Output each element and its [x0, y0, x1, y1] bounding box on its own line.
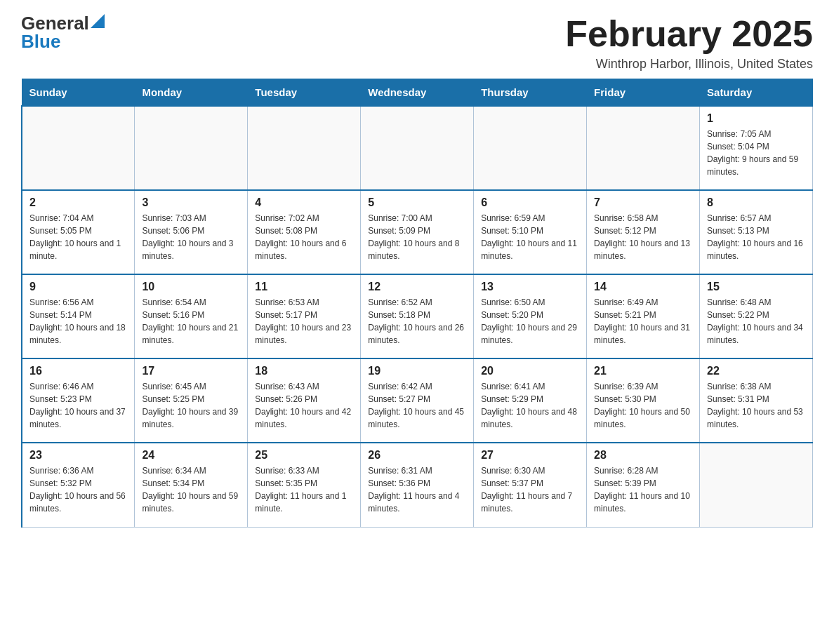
title-area: February 2025 Winthrop Harbor, Illinois,…	[565, 14, 813, 72]
calendar-cell: 19Sunrise: 6:42 AMSunset: 5:27 PMDayligh…	[361, 358, 474, 443]
week-row-4: 16Sunrise: 6:46 AMSunset: 5:23 PMDayligh…	[22, 358, 813, 443]
logo: General Blue	[21, 14, 105, 51]
day-number: 16	[29, 365, 127, 377]
calendar-cell: 5Sunrise: 7:00 AMSunset: 5:09 PMDaylight…	[361, 190, 474, 274]
day-info: Sunrise: 6:42 AMSunset: 5:27 PMDaylight:…	[368, 380, 466, 431]
calendar-cell	[587, 106, 700, 190]
svg-marker-0	[91, 14, 105, 28]
day-info: Sunrise: 7:05 AMSunset: 5:04 PMDaylight:…	[707, 128, 805, 178]
calendar-cell	[474, 106, 587, 190]
day-number: 8	[707, 196, 805, 209]
day-number: 14	[594, 281, 692, 293]
day-number: 24	[142, 449, 240, 462]
day-info: Sunrise: 6:43 AMSunset: 5:26 PMDaylight:…	[255, 380, 353, 431]
calendar-cell: 7Sunrise: 6:58 AMSunset: 5:12 PMDaylight…	[587, 190, 700, 274]
day-of-week-thursday: Thursday	[474, 79, 587, 107]
day-info: Sunrise: 7:03 AMSunset: 5:06 PMDaylight:…	[142, 212, 240, 262]
day-info: Sunrise: 6:46 AMSunset: 5:23 PMDaylight:…	[29, 380, 127, 431]
day-of-week-wednesday: Wednesday	[361, 79, 474, 107]
day-number: 23	[29, 449, 127, 462]
calendar-cell: 18Sunrise: 6:43 AMSunset: 5:26 PMDayligh…	[248, 358, 361, 443]
day-number: 17	[142, 365, 240, 377]
day-info: Sunrise: 7:04 AMSunset: 5:05 PMDaylight:…	[29, 212, 127, 262]
day-info: Sunrise: 6:50 AMSunset: 5:20 PMDaylight:…	[481, 296, 579, 347]
day-info: Sunrise: 6:28 AMSunset: 5:39 PMDaylight:…	[594, 464, 692, 515]
calendar-cell	[135, 106, 248, 190]
calendar-cell: 11Sunrise: 6:53 AMSunset: 5:17 PMDayligh…	[248, 274, 361, 358]
calendar-cell: 17Sunrise: 6:45 AMSunset: 5:25 PMDayligh…	[135, 358, 248, 443]
day-number: 6	[481, 196, 579, 209]
week-row-3: 9Sunrise: 6:56 AMSunset: 5:14 PMDaylight…	[22, 274, 813, 358]
day-info: Sunrise: 6:48 AMSunset: 5:22 PMDaylight:…	[707, 296, 805, 347]
calendar-cell: 13Sunrise: 6:50 AMSunset: 5:20 PMDayligh…	[474, 274, 587, 358]
day-of-week-sunday: Sunday	[22, 79, 135, 107]
day-info: Sunrise: 6:34 AMSunset: 5:34 PMDaylight:…	[142, 464, 240, 515]
day-number: 7	[594, 196, 692, 209]
day-info: Sunrise: 6:59 AMSunset: 5:10 PMDaylight:…	[481, 212, 579, 262]
day-info: Sunrise: 6:38 AMSunset: 5:31 PMDaylight:…	[707, 380, 805, 431]
day-of-week-tuesday: Tuesday	[248, 79, 361, 107]
calendar-cell: 12Sunrise: 6:52 AMSunset: 5:18 PMDayligh…	[361, 274, 474, 358]
day-info: Sunrise: 7:00 AMSunset: 5:09 PMDaylight:…	[368, 212, 466, 262]
logo-general-text: General	[21, 14, 89, 32]
day-info: Sunrise: 6:39 AMSunset: 5:30 PMDaylight:…	[594, 380, 692, 431]
day-number: 10	[142, 281, 240, 293]
day-number: 19	[368, 365, 466, 377]
calendar-cell: 4Sunrise: 7:02 AMSunset: 5:08 PMDaylight…	[248, 190, 361, 274]
day-number: 5	[368, 196, 466, 209]
calendar-cell: 2Sunrise: 7:04 AMSunset: 5:05 PMDaylight…	[22, 190, 135, 274]
calendar-cell: 28Sunrise: 6:28 AMSunset: 5:39 PMDayligh…	[587, 443, 700, 527]
calendar-cell: 15Sunrise: 6:48 AMSunset: 5:22 PMDayligh…	[700, 274, 813, 358]
calendar-cell	[248, 106, 361, 190]
day-info: Sunrise: 6:58 AMSunset: 5:12 PMDaylight:…	[594, 212, 692, 262]
calendar-cell: 22Sunrise: 6:38 AMSunset: 5:31 PMDayligh…	[700, 358, 813, 443]
day-of-week-friday: Friday	[587, 79, 700, 107]
calendar-body: 1Sunrise: 7:05 AMSunset: 5:04 PMDaylight…	[22, 106, 813, 527]
day-info: Sunrise: 6:54 AMSunset: 5:16 PMDaylight:…	[142, 296, 240, 347]
month-title: February 2025	[565, 14, 813, 54]
calendar-cell: 14Sunrise: 6:49 AMSunset: 5:21 PMDayligh…	[587, 274, 700, 358]
day-of-week-saturday: Saturday	[700, 79, 813, 107]
calendar-cell: 20Sunrise: 6:41 AMSunset: 5:29 PMDayligh…	[474, 358, 587, 443]
calendar-cell: 1Sunrise: 7:05 AMSunset: 5:04 PMDaylight…	[700, 106, 813, 190]
calendar-cell: 8Sunrise: 6:57 AMSunset: 5:13 PMDaylight…	[700, 190, 813, 274]
day-number: 22	[707, 365, 805, 377]
calendar-cell: 23Sunrise: 6:36 AMSunset: 5:32 PMDayligh…	[22, 443, 135, 527]
days-of-week-row: SundayMondayTuesdayWednesdayThursdayFrid…	[22, 79, 813, 107]
day-number: 18	[255, 365, 353, 377]
calendar-cell	[700, 443, 813, 527]
calendar-cell: 16Sunrise: 6:46 AMSunset: 5:23 PMDayligh…	[22, 358, 135, 443]
day-of-week-monday: Monday	[135, 79, 248, 107]
day-info: Sunrise: 6:31 AMSunset: 5:36 PMDaylight:…	[368, 464, 466, 515]
day-info: Sunrise: 6:41 AMSunset: 5:29 PMDaylight:…	[481, 380, 579, 431]
day-info: Sunrise: 6:49 AMSunset: 5:21 PMDaylight:…	[594, 296, 692, 347]
calendar-cell	[22, 106, 135, 190]
calendar-cell: 27Sunrise: 6:30 AMSunset: 5:37 PMDayligh…	[474, 443, 587, 527]
calendar-cell: 9Sunrise: 6:56 AMSunset: 5:14 PMDaylight…	[22, 274, 135, 358]
day-number: 9	[29, 281, 127, 293]
day-info: Sunrise: 6:56 AMSunset: 5:14 PMDaylight:…	[29, 296, 127, 347]
day-info: Sunrise: 6:53 AMSunset: 5:17 PMDaylight:…	[255, 296, 353, 347]
calendar-cell: 3Sunrise: 7:03 AMSunset: 5:06 PMDaylight…	[135, 190, 248, 274]
day-number: 13	[481, 281, 579, 293]
calendar-cell: 10Sunrise: 6:54 AMSunset: 5:16 PMDayligh…	[135, 274, 248, 358]
location-text: Winthrop Harbor, Illinois, United States	[565, 57, 813, 72]
day-info: Sunrise: 6:45 AMSunset: 5:25 PMDaylight:…	[142, 380, 240, 431]
day-number: 12	[368, 281, 466, 293]
day-info: Sunrise: 6:57 AMSunset: 5:13 PMDaylight:…	[707, 212, 805, 262]
calendar-cell: 25Sunrise: 6:33 AMSunset: 5:35 PMDayligh…	[248, 443, 361, 527]
day-info: Sunrise: 6:30 AMSunset: 5:37 PMDaylight:…	[481, 464, 579, 515]
day-number: 15	[707, 281, 805, 293]
day-number: 2	[29, 196, 127, 209]
day-number: 21	[594, 365, 692, 377]
day-number: 11	[255, 281, 353, 293]
week-row-2: 2Sunrise: 7:04 AMSunset: 5:05 PMDaylight…	[22, 190, 813, 274]
day-number: 28	[594, 449, 692, 462]
day-info: Sunrise: 6:36 AMSunset: 5:32 PMDaylight:…	[29, 464, 127, 515]
day-number: 20	[481, 365, 579, 377]
day-number: 1	[707, 112, 805, 125]
day-number: 3	[142, 196, 240, 209]
week-row-5: 23Sunrise: 6:36 AMSunset: 5:32 PMDayligh…	[22, 443, 813, 527]
calendar-cell	[361, 106, 474, 190]
logo-arrow-icon	[91, 14, 105, 28]
